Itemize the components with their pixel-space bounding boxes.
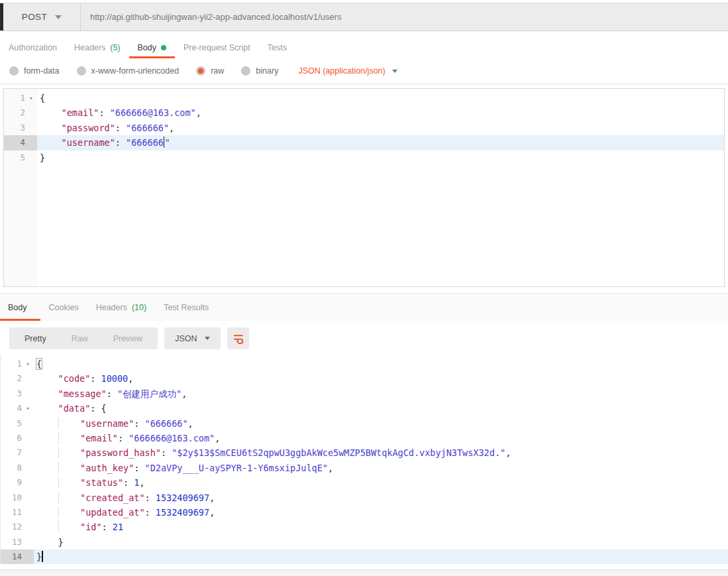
body-mode-form-data[interactable]: form-data (9, 66, 60, 76)
fold-caret-icon[interactable]: ▾ (22, 357, 34, 371)
token-ws (40, 137, 62, 148)
tab-pre-request-script[interactable]: Pre-request Script (175, 36, 259, 58)
http-method-label: POST (22, 12, 47, 22)
view-pretty-button[interactable]: Pretty (12, 334, 59, 343)
response-view-switch: PrettyRawPreview (9, 327, 158, 349)
response-body-editor[interactable]: 1▾{2 "code": 10000,3 "message": "创建用户成功"… (0, 355, 728, 564)
content-type-select[interactable]: JSON (application/json) (298, 66, 397, 76)
code-line: 14} (1, 549, 728, 564)
token-ws (36, 507, 58, 518)
tab-label: Cookies (49, 303, 79, 312)
code-line: 12 "id": 21 (1, 520, 728, 534)
view-preview-button[interactable]: Preview (101, 334, 155, 343)
token-ws (36, 373, 58, 384)
token-pun: , (169, 123, 174, 133)
line-number: 12 (1, 520, 22, 534)
line-number: 6 (1, 431, 22, 445)
token-str: "$2y$13$SmCEU6tS2qpwU3ggbAkWce5wMZP5BWtq… (172, 447, 505, 458)
line-number: 5 (1, 416, 22, 431)
tab-count-badge: (5) (110, 43, 120, 52)
token-pun: : (123, 477, 134, 488)
line-gutter: 11 (1, 505, 34, 520)
response-format-select[interactable]: JSON (164, 327, 221, 349)
line-gutter: 13 (1, 535, 34, 549)
tab-body[interactable]: Body (129, 36, 176, 58)
tab-headers[interactable]: Headers(10) (87, 294, 155, 321)
token-pun: , (196, 107, 201, 118)
code-line: 13 } (1, 535, 728, 549)
line-number: 4 (1, 401, 22, 416)
code-text: } (37, 150, 724, 165)
code-text: "password_hash": "$2y$13$SmCEU6tS2qpwU3g… (34, 445, 728, 460)
line-number: 14 (1, 549, 22, 564)
tab-tests[interactable]: Tests (259, 36, 295, 58)
http-method-select[interactable]: POST (3, 3, 81, 30)
body-mode-row: form-datax-www-form-urlencodedrawbinary … (0, 58, 728, 84)
token-pun: , (182, 388, 187, 399)
line-gutter: 4 (4, 135, 37, 150)
code-line: 1▾{ (1, 357, 728, 371)
token-wsg (58, 447, 81, 458)
code-text: "updated_at": 1532409697, (34, 505, 728, 520)
code-text: "email": "666666@163.com", (37, 105, 724, 120)
line-number: 7 (1, 445, 22, 460)
token-ws (36, 418, 58, 429)
body-mode-x-www-form-urlencoded[interactable]: x-www-form-urlencoded (77, 66, 180, 76)
code-line: 9 "status": 1, (1, 475, 728, 490)
tab-cookies[interactable]: Cookies (40, 294, 87, 321)
token-num: 1532409697 (156, 492, 209, 503)
token-wsg (58, 507, 81, 518)
token-ws (36, 477, 58, 488)
horizontal-scrollbar-track[interactable] (0, 569, 728, 576)
code-text: "data": { (34, 401, 728, 416)
token-key: "id" (80, 522, 102, 532)
wrap-text-button[interactable] (227, 327, 249, 349)
token-num: 10000 (101, 373, 129, 384)
token-key: "data" (58, 403, 91, 414)
token-pun: , (209, 507, 215, 518)
token-key: "password_hash" (80, 447, 161, 458)
tab-body[interactable]: Body (0, 294, 40, 321)
radio-icon (77, 66, 86, 76)
content-type-label: JSON (application/json) (298, 66, 385, 76)
token-ws (36, 537, 58, 547)
view-raw-button[interactable]: Raw (59, 334, 101, 343)
bottom-spacer (0, 564, 728, 569)
code-line: 3 "message": "创建用户成功", (1, 386, 728, 401)
line-number: 8 (1, 461, 22, 475)
token-pun: : (134, 463, 144, 473)
body-mode-label: binary (256, 66, 278, 76)
code-line: 2 "code": 10000, (1, 371, 728, 386)
tab-headers[interactable]: Headers(5) (66, 36, 129, 58)
request-tabs: AuthorizationHeaders(5)BodyPre-request S… (0, 36, 728, 58)
line-gutter: 4▾ (1, 401, 34, 416)
fold-caret-icon[interactable]: ▾ (25, 91, 37, 105)
code-text: "id": 21 (34, 520, 728, 534)
chevron-down-icon (205, 337, 210, 340)
line-gutter: 5 (4, 150, 37, 165)
body-mode-raw[interactable]: raw (196, 66, 224, 76)
request-body-editor[interactable]: 1▾{2 "email": "666666@163.com",3 "passwo… (3, 88, 725, 287)
token-ws (36, 463, 58, 473)
token-pun: { (101, 403, 107, 414)
fold-caret-icon[interactable]: ▾ (22, 401, 34, 416)
tab-authorization[interactable]: Authorization (0, 36, 66, 58)
request-url-input[interactable]: http://api.github-shuijingwan-yii2-app-a… (81, 3, 341, 30)
token-ws (36, 522, 58, 532)
body-mode-binary[interactable]: binary (241, 66, 278, 76)
token-pun: : (102, 522, 113, 532)
tab-label: Headers (96, 303, 127, 312)
request-url-value: http://api.github-shuijingwan-yii2-app-a… (90, 12, 341, 22)
token-pun: , (128, 373, 133, 384)
code-line: 5} (4, 150, 724, 165)
response-toolbar: PrettyRawPreview JSON (0, 321, 728, 355)
token-pun: { (40, 93, 45, 103)
tab-test-results[interactable]: Test Results (155, 294, 217, 321)
wrap-text-icon (233, 333, 244, 345)
token-pun: , (188, 418, 193, 429)
token-pun: : (134, 418, 144, 429)
token-pun: : (99, 107, 109, 118)
token-pun: , (139, 477, 144, 488)
code-text: "created_at": 1532409697, (34, 490, 728, 505)
token-wsg (58, 522, 81, 532)
